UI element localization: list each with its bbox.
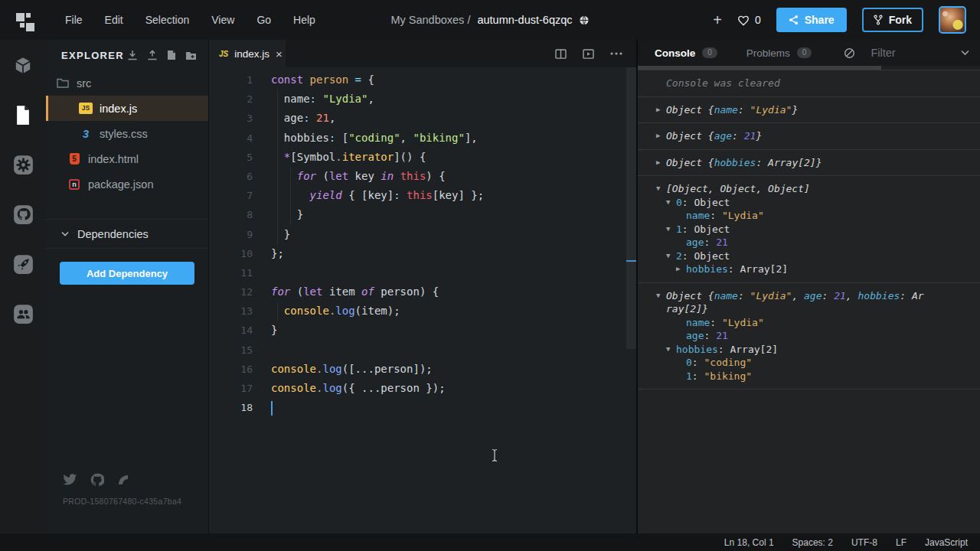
indent-guide	[277, 302, 278, 321]
dependencies-section-header[interactable]: Dependencies	[46, 219, 208, 249]
tab-strip: JS index.js ×	[209, 40, 636, 67]
indent-guide	[290, 167, 291, 225]
expand-arrow-icon[interactable]: ▼	[666, 343, 676, 357]
chevron-down-icon[interactable]	[961, 50, 969, 56]
files-icon[interactable]	[13, 105, 34, 126]
github-icon[interactable]	[90, 473, 104, 487]
code-editor[interactable]: 1const person = {2 name: "Lydia",3 age: …	[209, 67, 636, 533]
file-item-index.html[interactable]: 5index.html	[46, 146, 208, 171]
code-line: 3 age: 21,	[209, 109, 636, 128]
code-text: name: "Lydia",	[271, 90, 374, 109]
console-text: 0: Object	[676, 196, 730, 210]
file-item-src[interactable]: src	[46, 70, 208, 96]
menu-view[interactable]: View	[211, 14, 234, 26]
split-view-icon[interactable]	[555, 49, 567, 59]
expand-arrow-icon[interactable]: ▼	[666, 249, 676, 263]
console-text: Object {hobbies: Array[2]}	[666, 156, 822, 170]
console-line: ▼hobbies: Array[2]	[638, 343, 972, 357]
status-utf-8[interactable]: UTF-8	[851, 537, 877, 548]
file-name: index.js	[100, 103, 137, 115]
console-line: ▼0: Object	[638, 196, 972, 210]
line-number: 1	[209, 70, 253, 90]
file-item-index.js[interactable]: JSindex.js	[46, 96, 208, 121]
close-tab-icon[interactable]: ×	[276, 48, 283, 60]
codesandbox-logo-icon[interactable]	[0, 0, 46, 40]
menu-file[interactable]: File	[65, 14, 83, 26]
console-tab-problems[interactable]: Problems0	[746, 47, 812, 59]
line-number: 13	[209, 302, 253, 321]
status-lf[interactable]: LF	[896, 537, 906, 548]
file-item-package.json[interactable]: npackage.json	[46, 171, 208, 197]
expand-arrow-icon[interactable]: ▶	[676, 262, 686, 276]
console-text: Object {name: "Lydia"}	[666, 103, 798, 117]
line-number: 5	[209, 148, 253, 167]
code-text: age: 21,	[271, 109, 335, 128]
console-tab-console[interactable]: Console0	[655, 47, 717, 59]
expand-arrow-icon[interactable]: ▶	[656, 103, 666, 117]
spectrum-icon[interactable]	[117, 474, 129, 486]
clear-console-icon[interactable]	[844, 47, 855, 59]
breadcrumb-prefix[interactable]: My Sandboxes /	[390, 14, 470, 26]
sandbox-name[interactable]: autumn-dust-6qzqc	[477, 14, 572, 26]
tab-index-js[interactable]: JS index.js ×	[209, 40, 286, 67]
expand-arrow-icon[interactable]: ▼	[666, 196, 676, 210]
editor-scrollbar[interactable]	[626, 67, 636, 533]
scrollbar-thumb[interactable]	[626, 67, 636, 349]
build-id: PROD-1580767480-c435a7ba4	[63, 497, 181, 506]
upload-icon[interactable]	[147, 50, 158, 60]
live-users-icon[interactable]	[13, 304, 34, 324]
console-text: name: "Lydia"	[686, 209, 764, 223]
expand-arrow-icon[interactable]: ▼	[666, 223, 676, 236]
console-line: ▼Object {name: "Lydia", age: 21, hobbies…	[638, 289, 972, 316]
breadcrumb[interactable]: My Sandboxes / autumn-dust-6qzqc	[390, 14, 589, 26]
code-line: 17console.log({ ...person });	[209, 379, 636, 398]
new-file-icon[interactable]	[167, 50, 176, 60]
arrow-spacer	[676, 316, 686, 330]
line-number: 18	[209, 398, 253, 417]
menu-go[interactable]: Go	[256, 14, 271, 26]
menu-edit[interactable]: Edit	[105, 14, 123, 26]
status-spaces[interactable]: Spaces: 2	[792, 537, 833, 548]
expand-arrow-icon[interactable]: ▼	[656, 182, 666, 196]
add-dependency-button[interactable]: Add Dependency	[60, 262, 194, 285]
indent-guide	[277, 90, 278, 244]
status-javascript[interactable]: JavaScript	[925, 537, 968, 548]
fork-button[interactable]: Fork	[862, 8, 923, 32]
github-icon[interactable]	[13, 204, 34, 225]
more-actions-icon[interactable]	[610, 52, 622, 55]
twitter-icon[interactable]	[63, 474, 77, 486]
new-sandbox-plus-icon[interactable]: +	[713, 12, 722, 28]
dependencies-label: Dependencies	[77, 228, 149, 240]
expand-arrow-icon[interactable]: ▶	[656, 129, 666, 143]
deploy-rocket-icon[interactable]	[13, 254, 34, 275]
file-item-styles.css[interactable]: 3styles.css	[46, 121, 208, 146]
scrollbar-thumb[interactable]	[638, 66, 881, 70]
user-avatar[interactable]	[939, 6, 966, 34]
menu-help[interactable]: Help	[293, 14, 315, 26]
console-line: Console was cleared	[638, 77, 972, 90]
npm-file-icon: n	[67, 179, 81, 190]
sandbox-cube-icon[interactable]	[13, 55, 34, 76]
code-text: for (let key in this) {	[271, 167, 446, 186]
console-entry: ▼Object {name: "Lydia", age: 21, hobbies…	[638, 283, 980, 390]
filter-input[interactable]: Filter	[871, 47, 895, 59]
js-file-icon: JS	[79, 103, 93, 114]
folder-file-icon	[56, 78, 70, 88]
expand-arrow-icon[interactable]: ▼	[656, 289, 666, 316]
open-preview-icon[interactable]	[583, 49, 594, 59]
share-button[interactable]: Share	[776, 8, 847, 32]
settings-icon[interactable]	[13, 155, 34, 175]
code-line: 14}	[209, 321, 636, 340]
new-folder-icon[interactable]	[185, 51, 197, 60]
code-line: 1const person = {	[209, 70, 636, 90]
arrow-spacer	[676, 356, 686, 370]
code-text: console.log({ ...person });	[271, 379, 446, 398]
menu-selection[interactable]: Selection	[145, 14, 190, 26]
like-button[interactable]: 0	[737, 14, 761, 26]
console-line: ▼[Object, Object, Object]	[638, 182, 972, 196]
console-hscrollbar[interactable]	[638, 66, 980, 70]
download-icon[interactable]	[127, 50, 138, 60]
expand-arrow-icon[interactable]: ▶	[656, 156, 666, 170]
arrow-spacer	[656, 77, 666, 90]
status-ln[interactable]: Ln 18, Col 1	[724, 537, 774, 548]
